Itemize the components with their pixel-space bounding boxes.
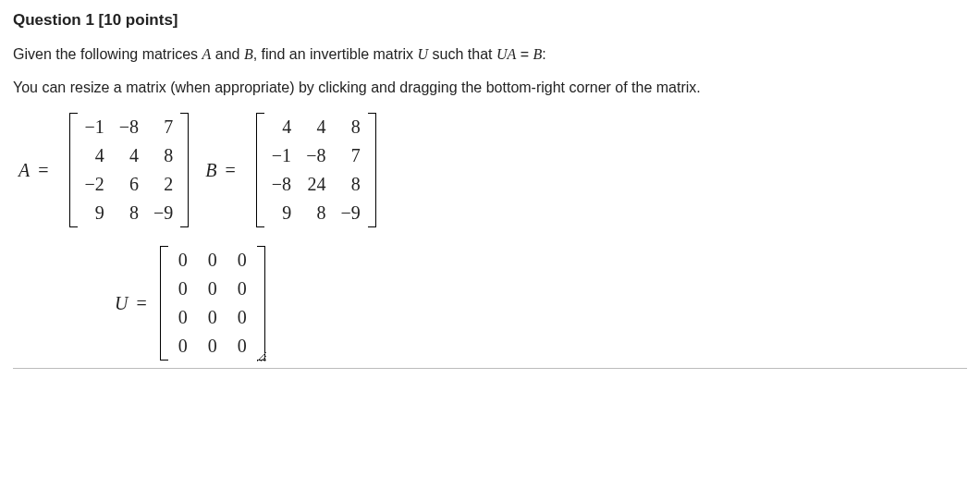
question-prompt: Given the following matrices A and B, fi… <box>13 46 967 63</box>
matrix-U-cell[interactable]: 0 <box>227 246 257 275</box>
prompt-text: and <box>211 46 244 62</box>
matrix-U-cell[interactable]: 0 <box>168 332 198 361</box>
matrix-A-cell: 8 <box>112 199 146 227</box>
matrix-U-label: U = <box>115 293 151 314</box>
matrix-B-cell: 8 <box>299 199 333 227</box>
matrix-B: 448−1−87−824898−9 <box>256 113 376 227</box>
matrix-B-cell: 7 <box>333 141 367 170</box>
matrices-AB: A = −1−87448−26298−9 B = 448−1−87−824898… <box>18 113 967 227</box>
matrix-U-cell[interactable]: 0 <box>227 303 257 332</box>
matrix-U-cell[interactable]: 0 <box>198 246 227 275</box>
label-A: A <box>18 160 30 180</box>
matrix-U-cell[interactable]: 0 <box>168 275 198 303</box>
matrix-B-cell: 9 <box>264 199 299 227</box>
matrix-A-cell: 6 <box>112 170 146 199</box>
matrix-U-cell[interactable]: 0 <box>227 275 257 303</box>
question-heading: Question 1 [10 points] <box>13 11 967 30</box>
matrix-A-label: A = <box>18 160 53 181</box>
var-A: A <box>202 46 212 62</box>
matrix-U-cell[interactable]: 0 <box>227 332 257 361</box>
equals-sign: = <box>222 160 239 180</box>
matrix-U-cell[interactable]: 0 <box>168 246 198 275</box>
var-B: B <box>244 46 253 62</box>
matrix-A-cell: 9 <box>78 199 112 227</box>
matrix-B-cell: −1 <box>264 141 299 170</box>
matrix-U-cell[interactable]: 0 <box>168 303 198 332</box>
matrix-B-cell: 8 <box>333 170 367 199</box>
resize-hint: You can resize a matrix (when appropriat… <box>13 79 967 96</box>
matrix-A-cell: 4 <box>78 141 112 170</box>
label-U: U <box>115 293 128 313</box>
question-points: [10 points] <box>99 11 178 29</box>
equals-sign: = <box>34 160 52 180</box>
matrix-U-input[interactable]: 000000000000 <box>160 246 265 361</box>
divider <box>13 368 967 369</box>
matrix-B-cell: 24 <box>299 170 333 199</box>
matrix-B-label: B = <box>205 160 239 181</box>
matrix-U-row: U = 000000000000 <box>115 246 967 361</box>
matrix-B-cell: −8 <box>299 141 333 170</box>
matrix-U-cell[interactable]: 0 <box>198 303 227 332</box>
matrix-A-cell: 2 <box>146 170 180 199</box>
matrix-B-cell: 8 <box>333 113 367 141</box>
eq-sign: = <box>516 46 533 62</box>
eq-right: B <box>533 46 543 62</box>
matrix-A-cell: 7 <box>146 113 180 141</box>
prompt-text: , find an invertible matrix <box>253 46 418 62</box>
matrix-A-cell: −8 <box>112 113 146 141</box>
prompt-text: such that <box>428 46 496 62</box>
matrix-B-cell: −9 <box>333 199 367 227</box>
matrix-A-cell: 4 <box>112 141 146 170</box>
matrix-U-cell[interactable]: 0 <box>198 332 227 361</box>
matrix-B-cell: −8 <box>264 170 299 199</box>
var-U: U <box>418 46 429 62</box>
resize-handle-icon[interactable] <box>255 350 266 361</box>
equals-sign: = <box>132 293 150 313</box>
question-number: Question 1 <box>13 11 99 29</box>
matrix-A-cell: −2 <box>78 170 112 199</box>
matrix-B-cell: 4 <box>264 113 299 141</box>
matrix-A-cell: 8 <box>146 141 180 170</box>
matrix-A-cell: −9 <box>146 199 180 227</box>
matrix-A: −1−87448−26298−9 <box>69 113 190 227</box>
matrix-B-cell: 4 <box>299 113 333 141</box>
matrix-U-cell[interactable]: 0 <box>198 275 227 303</box>
prompt-text: Given the following matrices <box>13 46 202 62</box>
prompt-text: : <box>542 46 545 62</box>
label-B: B <box>205 160 216 180</box>
matrix-A-cell: −1 <box>78 113 112 141</box>
eq-left: UA <box>496 46 516 62</box>
